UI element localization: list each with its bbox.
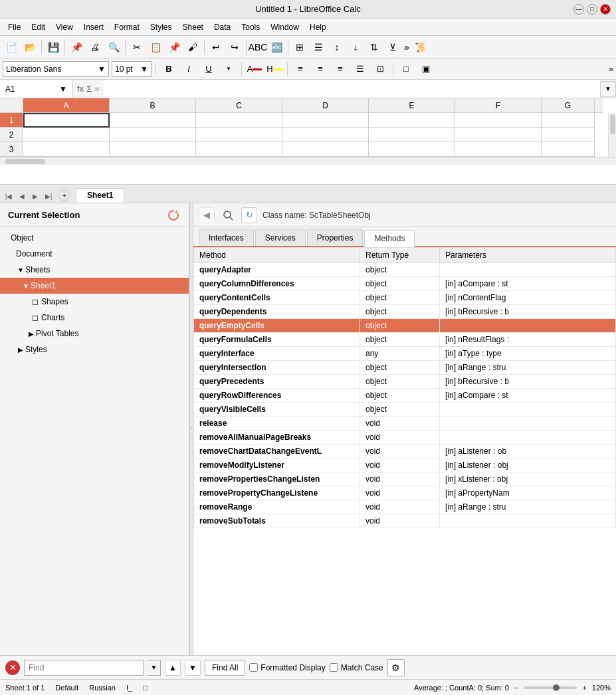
cell-d2[interactable] <box>282 128 369 142</box>
col-header-e[interactable]: E <box>369 98 455 113</box>
tree-pivot-tables[interactable]: ▶ Pivot Tables <box>0 326 189 342</box>
formatted-display-check[interactable]: Formatted Display <box>249 663 325 672</box>
maximize-button[interactable]: □ <box>587 4 597 15</box>
row-header-1[interactable]: 1 <box>0 113 23 128</box>
menu-help[interactable]: Help <box>304 21 332 33</box>
menu-data[interactable]: Data <box>209 21 236 33</box>
table-row[interactable]: queryEmptyCellsobject <box>194 319 616 333</box>
tree-sheets[interactable]: ▼ Sheets <box>0 262 189 278</box>
table-row[interactable]: queryContentCellsobject[in] nContentFlag <box>194 291 616 305</box>
tree-charts[interactable]: ◻ Charts <box>0 310 189 326</box>
row-header-2[interactable]: 2 <box>0 128 23 142</box>
font-size-dropdown[interactable]: 10 pt ▼ <box>112 61 152 77</box>
columns-button[interactable]: ⊞ <box>291 39 308 56</box>
minimize-button[interactable]: — <box>573 4 584 15</box>
table-row[interactable]: queryPrecedentsobject[in] bRecursive : b <box>194 375 616 389</box>
tab-next-button[interactable]: ▶ <box>29 190 41 202</box>
cell-b3[interactable] <box>110 142 196 157</box>
new-button[interactable]: 📄 <box>3 39 20 56</box>
table-row[interactable]: queryVisibleCellsobject <box>194 403 616 417</box>
merge-button[interactable]: ⊡ <box>371 61 389 77</box>
table-row[interactable]: releasevoid <box>194 417 616 431</box>
formula-input[interactable] <box>104 80 600 98</box>
find-prev-button[interactable]: ▲ <box>165 660 181 676</box>
format-bar-more[interactable]: » <box>609 64 613 74</box>
copy-button[interactable]: 📋 <box>147 39 164 56</box>
tab-interfaces[interactable]: Interfaces <box>199 229 254 246</box>
align-right-button[interactable]: ≡ <box>332 61 349 77</box>
underline-dropdown[interactable]: ▼ <box>220 61 237 77</box>
cell-b1[interactable] <box>110 113 196 128</box>
formatted-display-checkbox[interactable] <box>249 663 258 672</box>
sheet1-toggle[interactable]: ▼ <box>21 281 31 290</box>
table-row[interactable]: queryRowDifferencesobject[in] aCompare :… <box>194 389 616 403</box>
align-center-button[interactable]: ≡ <box>312 61 329 77</box>
tree-shapes[interactable]: ◻ Shapes <box>0 294 189 310</box>
fx-button[interactable]: fx <box>77 84 84 94</box>
table-row[interactable]: removeChartDataChangeEventLvoid[in] aLis… <box>194 445 616 458</box>
table-row[interactable]: queryInterfaceany[in] aType : type <box>194 347 616 361</box>
nav-back-button[interactable]: ◀ <box>199 207 215 223</box>
find-input[interactable] <box>24 660 144 676</box>
cell-c1[interactable] <box>196 113 282 128</box>
macro-button[interactable]: 📜 <box>412 39 429 56</box>
tab-first-button[interactable]: |◀ <box>3 190 15 202</box>
refresh-button[interactable] <box>166 208 181 223</box>
tab-prev-button[interactable]: ◀ <box>16 190 28 202</box>
cell-c3[interactable] <box>196 142 282 157</box>
find-dropdown-button[interactable]: ▼ <box>148 660 161 676</box>
cell-d3[interactable] <box>282 142 369 157</box>
find-close-button[interactable]: ✕ <box>5 660 20 675</box>
col-header-b[interactable]: B <box>110 98 196 113</box>
save-button[interactable]: 💾 <box>45 39 62 56</box>
cell-e2[interactable] <box>369 128 455 142</box>
table-row[interactable]: removePropertiesChangeListenvoid[in] xLi… <box>194 472 616 486</box>
cell-ref-box[interactable]: A1 ▼ <box>0 80 73 98</box>
cell-e3[interactable] <box>369 142 455 157</box>
tab-options-button[interactable]: + <box>58 189 70 201</box>
cell-g3[interactable] <box>542 142 595 157</box>
cell-f1[interactable] <box>455 113 542 128</box>
col-header-g[interactable]: G <box>542 98 595 113</box>
cell-a2[interactable] <box>23 128 110 142</box>
menu-file[interactable]: File <box>3 21 26 33</box>
menu-tools[interactable]: Tools <box>236 21 265 33</box>
tree-styles[interactable]: ▶ Styles <box>0 342 189 357</box>
search-icon-button[interactable] <box>220 207 236 223</box>
autocorrect-button[interactable]: 🔤 <box>268 39 285 56</box>
menu-sheet[interactable]: Sheet <box>177 21 209 33</box>
tree-object[interactable]: Object <box>0 230 189 246</box>
row-scrollbar[interactable] <box>608 113 616 157</box>
table-row[interactable]: removePropertyChangeListenevoid[in] aPro… <box>194 486 616 500</box>
sort-desc-button[interactable]: ↓ <box>347 39 364 56</box>
print-button[interactable]: 🖨 <box>86 39 104 56</box>
tab-services[interactable]: Services <box>255 229 306 246</box>
menu-view[interactable]: View <box>51 21 78 33</box>
row-header-3[interactable]: 3 <box>0 142 23 157</box>
menu-format[interactable]: Format <box>109 21 145 33</box>
italic-button[interactable]: I <box>180 61 197 77</box>
match-case-check[interactable]: Match Case <box>330 663 383 672</box>
undo-button[interactable]: ↩ <box>207 39 225 56</box>
cut-button[interactable]: ✂ <box>128 39 146 56</box>
col-header-a[interactable]: A <box>23 98 110 113</box>
col-header-c[interactable]: C <box>196 98 282 113</box>
tab-last-button[interactable]: ▶| <box>43 190 54 202</box>
find-all-button[interactable]: Find All <box>205 660 245 676</box>
paste-button[interactable]: 📌 <box>165 39 183 56</box>
table-row[interactable]: removeAllManualPageBreaksvoid <box>194 431 616 445</box>
tab-methods[interactable]: Methods <box>364 230 415 247</box>
sum-button[interactable]: Σ <box>86 84 92 94</box>
methods-table[interactable]: Method Return Type Parameters queryAdapt… <box>193 247 616 655</box>
table-row[interactable]: queryIntersectionobject[in] aRange : str… <box>194 361 616 375</box>
menu-insert[interactable]: Insert <box>78 21 109 33</box>
align-justify-button[interactable]: ☰ <box>352 61 369 77</box>
filter-button[interactable]: ⊻ <box>384 39 401 56</box>
bold-button[interactable]: B <box>160 61 177 77</box>
table-row[interactable]: queryFormulaCellsobject[in] nResultFlags… <box>194 333 616 347</box>
col-header-f[interactable]: F <box>455 98 542 113</box>
nav-refresh-button[interactable]: ↻ <box>241 207 257 223</box>
find-options-button[interactable]: ⚙ <box>387 659 405 676</box>
font-color-button[interactable]: A <box>246 61 263 77</box>
menu-edit[interactable]: Edit <box>26 21 51 33</box>
